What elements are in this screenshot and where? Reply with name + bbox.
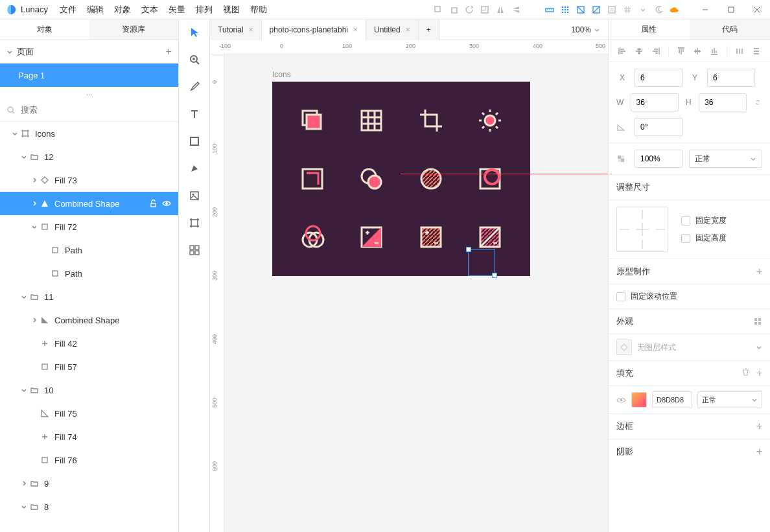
fix-scroll-row[interactable]: 固定滚动位置 — [616, 291, 762, 302]
canvas-body[interactable]: 0 100 200 300 400 500 600 Icons — [210, 54, 608, 532]
align-bottom-icon[interactable] — [710, 47, 719, 56]
page-item[interactable]: Page 1 — [0, 64, 178, 87]
checkbox[interactable] — [681, 234, 690, 243]
close-icon[interactable]: × — [406, 25, 410, 34]
close-icon[interactable]: × — [353, 25, 358, 34]
x-input[interactable] — [635, 69, 682, 87]
delete-icon[interactable] — [741, 367, 750, 379]
zoom-tool[interactable] — [187, 52, 202, 67]
doc-tab[interactable]: Untitled× — [366, 19, 419, 40]
close-button[interactable] — [744, 0, 770, 19]
menu-edit[interactable]: 编辑 — [87, 4, 104, 16]
image-tool[interactable] — [187, 188, 202, 203]
layer-item[interactable]: Fill 75 — [0, 402, 178, 425]
opacity-input[interactable] — [635, 150, 682, 168]
menu-text[interactable]: 文本 — [141, 4, 158, 16]
align-hcenter-icon[interactable] — [635, 47, 644, 56]
artboard[interactable] — [272, 82, 530, 276]
tab-library[interactable]: 资源库 — [89, 19, 179, 40]
pixel-icon[interactable] — [591, 5, 601, 15]
layer-item[interactable]: Fill 42 — [0, 332, 178, 355]
flip-v-icon[interactable] — [511, 5, 521, 15]
menu-arrange[interactable]: 排列 — [196, 4, 213, 16]
rotate-icon[interactable] — [464, 5, 474, 15]
layer-artboard[interactable]: Icons — [0, 122, 178, 145]
layer-item[interactable]: Path — [0, 238, 178, 262]
layout-icon[interactable] — [607, 5, 617, 15]
pages-header[interactable]: 页面 + — [0, 40, 178, 64]
add-tab-button[interactable]: + — [419, 19, 439, 40]
rotation-input[interactable] — [635, 118, 682, 136]
fill-blend[interactable]: 正常 — [697, 391, 762, 408]
eyedropper-tool[interactable] — [187, 79, 202, 95]
visibility-icon[interactable] — [616, 396, 626, 404]
doc-tab[interactable]: Tutorial× — [210, 19, 262, 40]
layer-folder[interactable]: 9 — [0, 472, 178, 495]
layer-item[interactable]: Combined Shape — [0, 308, 178, 332]
search-input[interactable] — [21, 105, 172, 115]
grid-icon[interactable] — [622, 5, 633, 15]
add-icon[interactable]: + — [756, 367, 762, 379]
add-page-button[interactable]: + — [166, 46, 172, 58]
component-tool[interactable] — [187, 242, 202, 258]
layer-folder[interactable]: 8 — [0, 495, 178, 518]
layer-item[interactable]: Fill 74 — [0, 425, 178, 448]
align-top-icon[interactable] — [677, 47, 686, 56]
menu-object[interactable]: 对象 — [114, 4, 131, 16]
tab-code[interactable]: 代码 — [690, 19, 771, 40]
flip-h-icon[interactable] — [495, 5, 506, 15]
grid-dots-icon[interactable] — [560, 5, 570, 15]
distribute-h-icon[interactable] — [735, 47, 744, 56]
layer-item[interactable]: Fill 76 — [0, 448, 178, 472]
chevron-down-icon[interactable] — [638, 5, 648, 15]
checkbox[interactable] — [616, 292, 625, 301]
ruler-icon[interactable] — [544, 5, 555, 15]
layer-item[interactable]: Path — [0, 262, 178, 285]
close-icon[interactable]: × — [249, 25, 253, 34]
ruler-horizontal[interactable]: -100 0 100 200 300 400 500 — [210, 40, 608, 54]
layer-item[interactable]: Fill 73 — [0, 168, 178, 192]
backward-icon[interactable] — [449, 5, 459, 15]
checkbox[interactable] — [681, 216, 690, 226]
resize-constraints[interactable] — [616, 207, 668, 252]
add-icon[interactable]: + — [756, 421, 762, 432]
text-tool[interactable] — [187, 106, 202, 122]
add-icon[interactable]: + — [756, 266, 762, 277]
blend-select[interactable]: 正常 — [689, 150, 762, 168]
night-mode-icon[interactable] — [653, 5, 664, 15]
cloud-icon[interactable] — [669, 5, 679, 15]
selection-box[interactable] — [468, 249, 495, 276]
scale-icon[interactable] — [480, 5, 490, 15]
fill-hex[interactable]: D8D8D8 — [652, 391, 692, 408]
snap-icon[interactable] — [576, 5, 586, 15]
select-tool[interactable] — [187, 25, 202, 40]
visibility-icon[interactable] — [161, 199, 172, 208]
menu-file[interactable]: 文件 — [60, 4, 76, 16]
tab-properties[interactable]: 属性 — [609, 19, 690, 40]
y-input[interactable] — [707, 69, 755, 87]
menu-vector[interactable]: 矢量 — [169, 4, 185, 16]
layer-item[interactable]: Fill 72 — [0, 215, 178, 238]
doc-tab-active[interactable]: photo-icons-planetabhi× — [262, 19, 366, 40]
rectangle-tool[interactable] — [187, 133, 202, 149]
layer-style-row[interactable]: 无图层样式 — [609, 334, 770, 361]
fill-swatch[interactable] — [631, 392, 647, 408]
minimize-button[interactable] — [692, 0, 718, 19]
layer-folder[interactable]: 12 — [0, 145, 178, 168]
align-vcenter-icon[interactable] — [693, 47, 702, 56]
maximize-button[interactable] — [718, 0, 744, 19]
menu-view[interactable]: 视图 — [223, 4, 240, 16]
align-right-icon[interactable] — [651, 47, 660, 56]
w-input[interactable] — [631, 93, 679, 111]
artboard-tool[interactable] — [187, 215, 202, 231]
layer-folder[interactable]: 10 — [0, 378, 178, 402]
forward-icon[interactable] — [433, 5, 443, 15]
layer-item[interactable]: Fill 57 — [0, 355, 178, 378]
unlock-icon[interactable] — [148, 199, 158, 208]
layer-item-selected[interactable]: Combined Shape — [0, 192, 178, 215]
tab-objects[interactable]: 对象 — [0, 19, 89, 40]
align-left-icon[interactable] — [618, 47, 627, 56]
h-input[interactable] — [699, 93, 747, 111]
fix-width-row[interactable]: 固定宽度 — [681, 215, 727, 226]
menu-help[interactable]: 帮助 — [250, 4, 267, 16]
